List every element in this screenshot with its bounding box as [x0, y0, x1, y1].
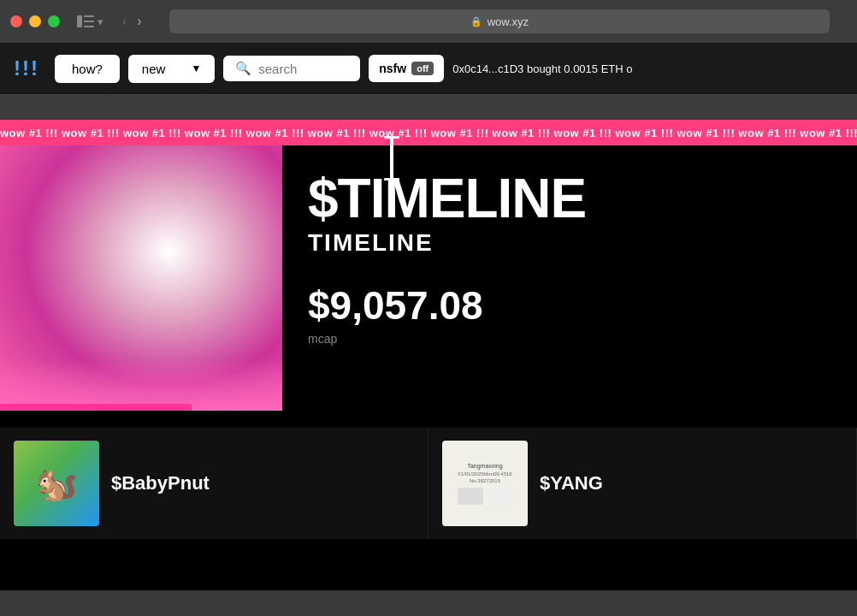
maximize-button[interactable] [48, 15, 60, 27]
ticker-text: 0x0c14...c1D3 bought 0.0015 ETH o [452, 62, 632, 75]
forward-button[interactable]: › [133, 12, 145, 31]
main-content: wow #1 !!! wow #1 !!! wow #1 !!! wow #1 … [0, 120, 857, 590]
bottom-card-symbol-1: $YANG [540, 472, 603, 495]
bottom-card-info-0: $BabyPnut [111, 472, 210, 495]
marquee-banner: wow #1 !!! wow #1 !!! wow #1 !!! wow #1 … [0, 120, 857, 145]
search-input[interactable] [258, 62, 335, 76]
featured-info: $TIMELINE TIMELINE $9,057.08 mcap [282, 145, 857, 428]
marquee-text: wow #1 !!! wow #1 !!! wow #1 !!! wow #1 … [0, 127, 857, 139]
featured-image [0, 145, 282, 411]
nsfw-toggle[interactable]: nsfw off [369, 55, 444, 82]
search-icon: 🔍 [235, 61, 251, 76]
how-button[interactable]: how? [55, 55, 120, 83]
svg-rect-2 [84, 21, 94, 22]
bottom-card-0[interactable]: 🐿️ $BabyPnut [0, 428, 428, 539]
ticker-scroll: 0x0c14...c1D3 bought 0.0015 ETH o [452, 62, 843, 75]
featured-card[interactable]: $TIMELINE TIMELINE $9,057.08 mcap [0, 145, 857, 428]
sidebar-toggle[interactable]: ▾ [77, 15, 103, 28]
featured-token-name: TIMELINE [308, 229, 831, 257]
bottom-card-image-0: 🐿️ [14, 441, 99, 526]
featured-progress-bar [0, 404, 192, 411]
baby-image: 🐿️ [14, 441, 99, 526]
featured-mcap-label: mcap [308, 332, 831, 346]
minimize-button[interactable] [29, 15, 41, 27]
lock-icon: 🔒 [470, 16, 482, 27]
bottom-card-symbol-0: $BabyPnut [111, 472, 210, 495]
nav-bar: !!! how? new ▼ 🔍 nsfw off 0x0c14...c1D3 … [0, 43, 857, 94]
bottom-card-info-1: $YANG [540, 472, 603, 495]
new-dropdown-label: new [142, 62, 166, 76]
search-box[interactable]: 🔍 [223, 56, 360, 81]
bottom-card-1[interactable]: Tangmaxxing 01/01/2025Mon09:4516 No.3827… [428, 428, 857, 539]
bottom-cards-row: 🐿️ $BabyPnut Tangmaxxing 01/01/2025Mon09… [0, 428, 857, 539]
featured-mcap-value: $9,057.08 [308, 282, 831, 329]
svg-rect-3 [84, 26, 94, 27]
bottom-card-image-1: Tangmaxxing 01/01/2025Mon09:4516 No.3827… [442, 441, 528, 526]
chevron-down-icon: ▼ [191, 62, 201, 74]
window-controls [10, 15, 60, 27]
featured-token-symbol: $TIMELINE [308, 171, 831, 226]
new-dropdown[interactable]: new ▼ [128, 55, 215, 83]
nav-arrows: ‹ › [119, 12, 145, 31]
site-logo[interactable]: !!! [14, 56, 39, 80]
featured-image-overlay [0, 359, 282, 411]
address-bar[interactable]: 🔒 wow.xyz [169, 9, 830, 33]
svg-rect-0 [77, 15, 82, 27]
svg-rect-1 [84, 15, 94, 17]
nsfw-label: nsfw [379, 62, 406, 75]
url-text: wow.xyz [488, 15, 529, 28]
back-button[interactable]: ‹ [119, 12, 130, 31]
close-button[interactable] [10, 15, 22, 27]
nsfw-state: off [411, 62, 434, 75]
yang-image: Tangmaxxing 01/01/2025Mon09:4516 No.3827… [442, 441, 528, 526]
